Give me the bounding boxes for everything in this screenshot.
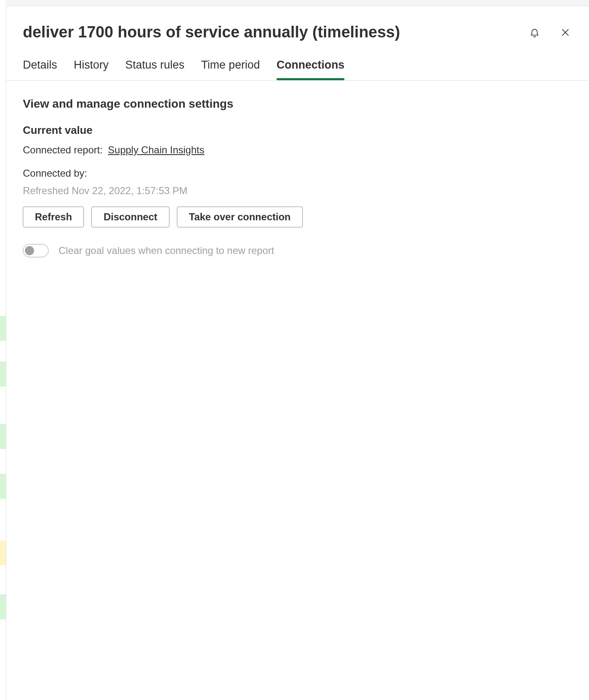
tab-details[interactable]: Details bbox=[23, 59, 57, 80]
panel-header: deliver 1700 hours of service annually (… bbox=[6, 6, 589, 42]
toggle-knob bbox=[25, 246, 34, 255]
clear-values-toggle-row: Clear goal values when connecting to new… bbox=[23, 244, 572, 257]
action-buttons: Refresh Disconnect Take over connection bbox=[23, 207, 572, 227]
panel-title: deliver 1700 hours of service annually (… bbox=[23, 23, 518, 42]
refresh-button[interactable]: Refresh bbox=[23, 207, 84, 227]
strip-row bbox=[0, 594, 6, 619]
tab-history[interactable]: History bbox=[74, 59, 109, 80]
background-strip bbox=[0, 0, 6, 700]
connected-report-link[interactable]: Supply Chain Insights bbox=[108, 144, 204, 155]
connected-report-label: Connected report: bbox=[23, 144, 103, 155]
current-value-heading: Current value bbox=[23, 124, 572, 137]
section-title: View and manage connection settings bbox=[23, 97, 572, 111]
bell-icon bbox=[529, 27, 540, 38]
tab-connections[interactable]: Connections bbox=[277, 59, 345, 80]
take-over-button[interactable]: Take over connection bbox=[177, 207, 303, 227]
tab-status-rules[interactable]: Status rules bbox=[125, 59, 185, 80]
connected-by-row: Connected by: bbox=[23, 168, 572, 179]
strip-row bbox=[0, 316, 6, 341]
clear-values-toggle-label: Clear goal values when connecting to new… bbox=[59, 245, 274, 256]
tab-time-period[interactable]: Time period bbox=[201, 59, 260, 80]
strip-row bbox=[0, 474, 6, 499]
detail-panel: deliver 1700 hours of service annually (… bbox=[6, 6, 589, 700]
connected-by-label: Connected by: bbox=[23, 168, 87, 179]
close-icon bbox=[560, 27, 571, 38]
tab-content: View and manage connection settings Curr… bbox=[6, 81, 589, 700]
close-button[interactable] bbox=[558, 25, 572, 39]
header-actions bbox=[528, 23, 572, 39]
strip-row bbox=[0, 540, 6, 565]
clear-values-toggle[interactable] bbox=[23, 244, 49, 257]
strip-row bbox=[0, 362, 6, 387]
disconnect-button[interactable]: Disconnect bbox=[91, 207, 169, 227]
tabs: Details History Status rules Time period… bbox=[6, 42, 589, 81]
strip-row bbox=[0, 424, 6, 449]
notifications-button[interactable] bbox=[528, 25, 542, 39]
refreshed-text: Refreshed Nov 22, 2022, 1:57:53 PM bbox=[23, 185, 572, 197]
connected-report-row: Connected report: Supply Chain Insights bbox=[23, 144, 572, 156]
